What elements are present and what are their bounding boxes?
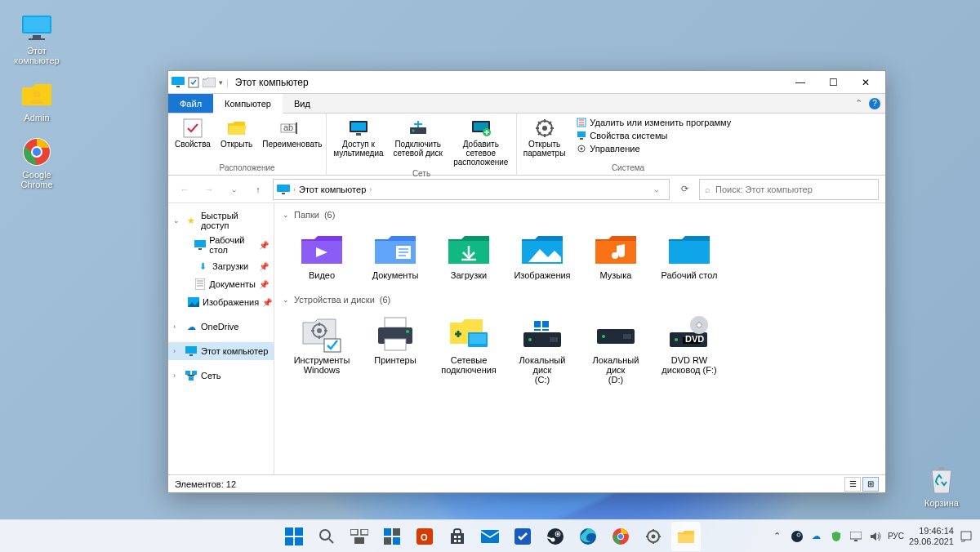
collapse-ribbon-icon[interactable]: ⌃	[855, 98, 862, 109]
folder-documents[interactable]: Документы	[363, 228, 428, 283]
tab-view[interactable]: Вид	[283, 94, 322, 113]
sidebar-desktop[interactable]: Рабочий стол📌	[180, 233, 274, 257]
ribbon-group-network: Доступ к мультимедиа Подключить сетевой …	[327, 114, 517, 175]
tools-icon	[300, 316, 344, 352]
search-box[interactable]: ⌕	[699, 179, 879, 200]
ribbon-properties[interactable]: Свойства	[170, 115, 216, 162]
folder-user-icon	[20, 78, 53, 111]
tray-security-icon[interactable]	[829, 529, 844, 544]
nav-up[interactable]: ↑	[248, 180, 268, 199]
view-icons-button[interactable]: ⊞	[862, 477, 879, 492]
view-details-button[interactable]: ☰	[844, 477, 861, 492]
search-input[interactable]	[715, 185, 873, 194]
svg-rect-57	[534, 329, 541, 331]
sidebar-downloads[interactable]: ⬇Загрузки📌	[180, 257, 274, 275]
tray-notifications[interactable]	[959, 529, 973, 544]
refresh-button[interactable]: ⟳	[675, 180, 694, 199]
folder-small-icon[interactable]	[203, 78, 216, 87]
sidebar-this-pc[interactable]: ›Этот компьютер	[168, 342, 274, 360]
breadcrumb-item[interactable]: Этот компьютер	[299, 185, 366, 194]
desktop-folder-icon	[667, 231, 711, 267]
link-manage[interactable]: Управление	[575, 143, 733, 154]
svg-rect-78	[384, 537, 391, 545]
taskbar-mail[interactable]	[475, 522, 505, 551]
widgets-button[interactable]	[377, 522, 407, 551]
item-drive-c[interactable]: Локальный диск (C:)	[510, 313, 575, 388]
properties-icon[interactable]	[188, 77, 199, 88]
item-windows-tools[interactable]: Инструменты Windows	[289, 313, 354, 388]
tray-language[interactable]: РУС	[888, 529, 904, 544]
desktop-recycle-bin[interactable]: Корзина	[913, 461, 970, 511]
svg-point-49	[406, 330, 409, 333]
taskbar-steam[interactable]	[541, 522, 570, 551]
taskbar-settings[interactable]	[639, 522, 668, 551]
tray-steam-icon[interactable]	[790, 529, 804, 544]
nav-back[interactable]: ←	[175, 180, 194, 199]
item-printers[interactable]: Принтеры	[363, 313, 428, 388]
nav-forward[interactable]: →	[199, 180, 219, 199]
svg-rect-32	[282, 193, 285, 194]
nav-recent[interactable]: ⌵	[224, 180, 243, 199]
desktop-chrome[interactable]: Google Chrome	[8, 132, 65, 193]
taskbar-chrome[interactable]	[606, 522, 635, 551]
task-view-button[interactable]	[345, 522, 374, 551]
svg-text:ab: ab	[283, 122, 293, 132]
sidebar-network[interactable]: ›Сеть	[168, 367, 274, 385]
recycle-icon	[925, 464, 958, 496]
ribbon-rename[interactable]: abПереименовать	[257, 115, 324, 162]
svg-rect-35	[195, 278, 205, 290]
group-folders-header[interactable]: ⌄Папки (6)	[281, 207, 879, 223]
tray-volume-icon[interactable]	[868, 529, 883, 544]
start-button[interactable]	[279, 522, 309, 551]
sidebar-pictures[interactable]: Изображения📌	[180, 293, 274, 311]
ribbon-open-settings[interactable]: Открыть параметры	[519, 115, 571, 162]
minimize-button[interactable]: —	[784, 71, 817, 94]
svg-rect-27	[577, 131, 586, 137]
close-button[interactable]: ✕	[849, 71, 882, 94]
taskbar-explorer[interactable]	[671, 522, 701, 551]
taskbar-office[interactable]: O	[410, 522, 439, 551]
taskbar-clock[interactable]: 19:46:14 29.06.2021	[909, 526, 954, 545]
sidebar-documents[interactable]: Документы📌	[180, 275, 274, 293]
tray-onedrive-icon[interactable]: ☁	[809, 529, 824, 544]
folder-videos[interactable]: Видео	[289, 228, 354, 283]
sidebar-onedrive[interactable]: ›☁OneDrive	[168, 318, 274, 336]
folder-music[interactable]: Музыка	[583, 228, 648, 283]
tab-file[interactable]: Файл	[168, 94, 213, 113]
link-system-props[interactable]: Свойства системы	[575, 130, 733, 141]
desktop-this-pc[interactable]: Этот компьютер	[8, 8, 65, 69]
desktop-admin[interactable]: Admin	[8, 75, 65, 126]
titlebar[interactable]: ▾ | Этот компьютер — ☐ ✕	[168, 71, 885, 94]
tab-computer[interactable]: Компьютер	[213, 94, 283, 114]
address-bar[interactable]: › Этот компьютер › ⌵	[273, 179, 670, 200]
taskbar-todo[interactable]	[508, 522, 537, 551]
chevron-right-icon[interactable]: ›	[293, 185, 296, 194]
search-button[interactable]	[312, 522, 341, 551]
taskbar-store[interactable]	[443, 522, 472, 551]
svg-point-30	[581, 148, 583, 150]
help-icon[interactable]: ?	[869, 98, 880, 109]
addr-dropdown[interactable]: ⌵	[646, 180, 666, 199]
taskbar-edge[interactable]	[573, 522, 603, 551]
folder-downloads[interactable]: Загрузки	[436, 228, 501, 283]
ribbon-media-access[interactable]: Доступ к мультимедиа	[328, 115, 388, 168]
svg-rect-1	[24, 17, 50, 32]
tray-network-icon[interactable]	[849, 529, 863, 544]
maximize-button[interactable]: ☐	[817, 71, 849, 94]
dropdown-icon[interactable]: ▾	[219, 78, 223, 87]
item-drive-d[interactable]: Локальный диск (D:)	[583, 313, 648, 388]
ribbon-map-drive[interactable]: Подключить сетевой диск	[389, 115, 448, 168]
folder-pictures[interactable]: Изображения	[510, 228, 575, 283]
tray-overflow[interactable]: ⌃	[770, 529, 785, 544]
link-uninstall[interactable]: Удалить или изменить программу	[575, 117, 733, 128]
chevron-right-icon[interactable]: ›	[369, 185, 372, 194]
item-network-connections[interactable]: Сетевые подключения	[436, 313, 501, 388]
folder-desktop[interactable]: Рабочий стол	[657, 228, 722, 283]
sidebar-quick-access[interactable]: ⌄★Быстрый доступ	[168, 208, 274, 233]
group-devices-header[interactable]: ⌄Устройства и диски (6)	[281, 292, 879, 308]
search-icon: ⌕	[705, 185, 710, 194]
svg-rect-73	[350, 529, 358, 535]
ribbon-add-network-loc[interactable]: Добавить сетевое расположение	[448, 115, 514, 168]
ribbon-open[interactable]: Открыть	[216, 115, 257, 162]
item-dvd-drive[interactable]: DVDDVD RW дисковод (F:)	[657, 313, 722, 388]
